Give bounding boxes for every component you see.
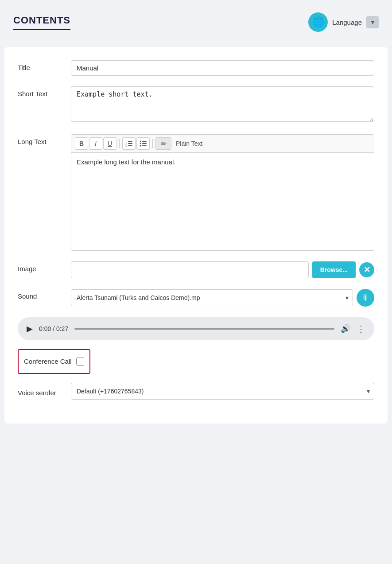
conference-call-label: Conference Call [24, 357, 72, 366]
title-label: Title [18, 60, 71, 71]
audio-progress-bar[interactable] [74, 328, 334, 330]
mic-icon: 🎙 [361, 293, 369, 303]
image-label: Image [18, 261, 71, 272]
toolbar-separator-2 [152, 139, 153, 148]
language-dropdown-button[interactable]: ▾ [366, 16, 379, 28]
conference-call-checkbox[interactable] [76, 358, 84, 366]
underline-button[interactable]: U [103, 137, 116, 150]
mic-button[interactable]: 🎙 [357, 289, 374, 307]
svg-point-10 [140, 143, 141, 144]
sound-label: Sound [18, 289, 71, 300]
conference-call-row: Conference Call [18, 349, 90, 374]
svg-point-11 [140, 145, 141, 147]
short-text-input[interactable]: Example short text. [71, 86, 374, 122]
audio-more-button[interactable]: ⋮ [357, 323, 365, 334]
title-control [71, 60, 374, 76]
header-bar: CONTENTS 🌐 Language ▾ [4, 4, 388, 40]
play-icon: ▶ [27, 324, 33, 333]
voice-sender-select[interactable]: Default (+17602765843) [71, 383, 374, 400]
main-card: Title Short Text Example short text. Lon… [4, 47, 388, 424]
browse-button[interactable]: Browse... [312, 261, 356, 278]
voice-sender-label: Voice sender [18, 385, 71, 397]
toolbar-separator-1 [119, 139, 120, 148]
voice-sender-control: Default (+17602765843) ▾ [71, 383, 374, 400]
sound-select-wrapper: Alerta Tsunami (Turks and Caicos Demo).m… [71, 289, 353, 306]
more-icon: ⋮ [357, 324, 365, 334]
image-row-controls: Browse... ✕ [71, 261, 374, 278]
svg-rect-2 [128, 145, 132, 146]
title-input[interactable] [71, 60, 374, 76]
clear-icon: ✕ [364, 265, 370, 275]
header-right: 🌐 Language ▾ [308, 12, 379, 32]
audio-volume-button[interactable]: 🔊 [341, 324, 350, 334]
svg-rect-1 [128, 143, 132, 144]
image-row: Image Browse... ✕ [18, 261, 374, 278]
page-title: CONTENTS [13, 15, 70, 30]
ordered-list-button[interactable]: 1. 2. 3. [122, 137, 136, 150]
page-wrapper: CONTENTS 🌐 Language ▾ Title Short Text E… [0, 0, 392, 564]
short-text-control: Example short text. [71, 86, 374, 124]
long-text-text: Example long text for the manual. [77, 158, 175, 166]
sound-row-controls: Alerta Tsunami (Turks and Caicos Demo).m… [71, 289, 374, 307]
clear-image-button[interactable]: ✕ [359, 262, 374, 277]
unordered-list-button[interactable] [136, 137, 150, 150]
voice-sender-row: Voice sender Default (+17602765843) ▾ [18, 383, 374, 400]
svg-point-9 [140, 141, 141, 142]
image-input[interactable] [71, 261, 309, 278]
sound-row: Sound Alerta Tsunami (Turks and Caicos D… [18, 289, 374, 307]
language-label: Language [332, 19, 362, 26]
svg-rect-0 [128, 141, 132, 142]
long-text-control: B I U 1. 2. 3. [71, 134, 374, 251]
long-text-label: Long Text [18, 134, 71, 145]
rich-text-content[interactable]: Example long text for the manual. [71, 153, 374, 250]
audio-player: ▶ 0:00 / 0:27 🔊 ⋮ [18, 317, 374, 340]
sound-control: Alerta Tsunami (Turks and Caicos Demo).m… [71, 289, 374, 307]
rich-text-editor: B I U 1. 2. 3. [71, 134, 374, 251]
title-row: Title [18, 60, 374, 76]
sound-select[interactable]: Alerta Tsunami (Turks and Caicos Demo).m… [71, 289, 353, 306]
audio-time: 0:00 / 0:27 [39, 325, 68, 332]
svg-text:3.: 3. [125, 144, 127, 147]
italic-button[interactable]: I [89, 137, 102, 150]
volume-icon: 🔊 [341, 324, 350, 333]
svg-rect-7 [142, 143, 147, 144]
svg-rect-8 [142, 145, 147, 146]
voice-select-wrapper: Default (+17602765843) ▾ [71, 383, 374, 400]
play-button[interactable]: ▶ [27, 324, 33, 334]
plain-text-button[interactable]: Plain Text [176, 140, 202, 147]
magic-button[interactable]: ✏ [155, 137, 171, 150]
svg-rect-6 [142, 141, 147, 142]
short-text-row: Short Text Example short text. [18, 86, 374, 124]
language-icon: 🌐 [308, 12, 328, 32]
bold-button[interactable]: B [75, 137, 88, 150]
image-control: Browse... ✕ [71, 261, 374, 278]
rich-text-toolbar: B I U 1. 2. 3. [71, 135, 374, 153]
long-text-row: Long Text B I U 1. [18, 134, 374, 251]
short-text-label: Short Text [18, 86, 71, 97]
